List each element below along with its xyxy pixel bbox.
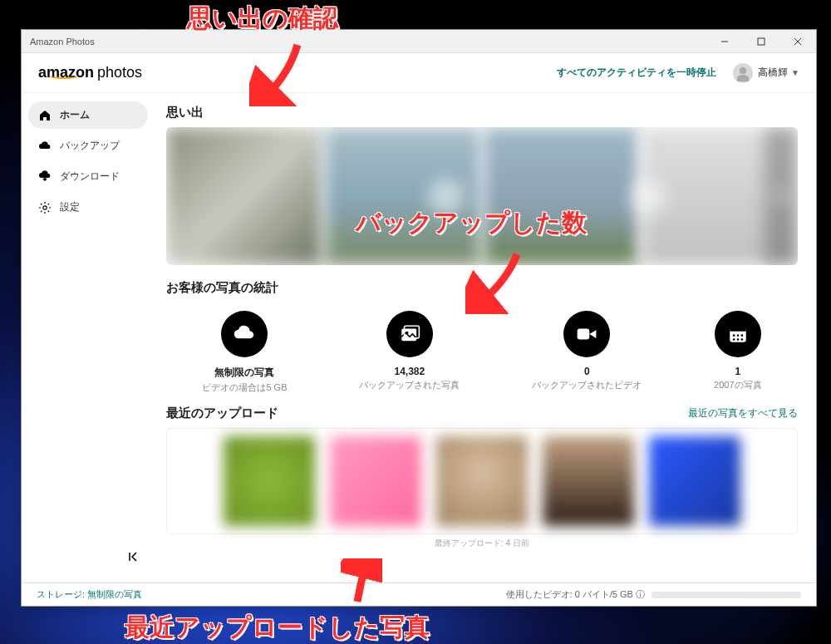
titlebar-controls [706, 30, 816, 53]
svg-point-13 [737, 334, 740, 337]
svg-point-4 [43, 205, 47, 209]
sidebar: ホーム バックアップ ダウンロード 設定 [22, 93, 155, 583]
footer-storage-label[interactable]: ストレージ: 無制限の写真 [37, 588, 142, 601]
stat-sub: バックアップされた写真 [359, 379, 460, 391]
logo-product: photos [97, 64, 142, 81]
carousel-next-button[interactable]: 示 [765, 127, 798, 265]
memory-card[interactable] [484, 127, 639, 265]
sidebar-item-label: ダウンロード [60, 170, 120, 184]
stats-row: 無制限の写真 ビデオの場合は5 GB 14,382 バックアップされた写真 0 … [166, 311, 798, 394]
svg-rect-8 [578, 329, 590, 340]
svg-point-17 [740, 338, 743, 341]
username-label[interactable]: 高橋輝 [758, 66, 788, 80]
upload-thumb[interactable] [330, 436, 421, 526]
svg-point-15 [733, 338, 735, 341]
stat-sub: 2007の写真 [714, 379, 761, 391]
dropdown-caret-icon[interactable]: ▼ [791, 68, 799, 77]
calendar-icon [715, 311, 761, 357]
view-all-link[interactable]: 最近の写真をすべて見る [688, 406, 798, 420]
gear-icon [38, 201, 52, 214]
video-icon [563, 311, 610, 357]
storage-progress-bar [652, 592, 801, 598]
stat-sub: ビデオの場合は5 GB [202, 381, 287, 394]
svg-rect-1 [758, 38, 765, 45]
stat-title: 1 [714, 366, 761, 377]
sidebar-item-label: 設定 [60, 200, 80, 214]
uploads-caption: 最終アップロード: 4 日前 [166, 538, 798, 549]
sidebar-item-settings[interactable]: 設定 [28, 194, 148, 221]
maximize-button[interactable] [743, 30, 779, 53]
close-button[interactable] [779, 30, 816, 53]
svg-rect-10 [730, 327, 746, 332]
sidebar-item-label: バックアップ [60, 139, 120, 153]
app-header: amazonphotos すべてのアクティビティを一時停止 高橋輝 ▼ [22, 53, 816, 93]
stat-backed-photos: 14,382 バックアップされた写真 [359, 311, 460, 394]
photos-icon [386, 311, 433, 357]
app-window: Amazon Photos amazonphotos すべてのアクティビティを一… [21, 29, 817, 607]
sidebar-item-backup[interactable]: バックアップ [28, 132, 148, 160]
download-icon [38, 170, 52, 184]
play-icon[interactable] [428, 179, 465, 215]
collapse-sidebar-button[interactable] [123, 546, 148, 568]
sidebar-item-home[interactable]: ホーム [28, 101, 148, 129]
uploads-title: 最近のアップロード [166, 406, 278, 421]
home-icon [38, 109, 52, 122]
memories-carousel[interactable]: 示 [166, 127, 798, 265]
pause-activity-link[interactable]: すべてのアクティビティを一時停止 [557, 66, 716, 80]
titlebar-title: Amazon Photos [30, 37, 95, 47]
stat-backed-videos: 0 バックアップされたビデオ [532, 311, 642, 394]
cloud-icon [221, 311, 268, 357]
upload-thumb[interactable] [649, 436, 740, 526]
titlebar: Amazon Photos [22, 30, 816, 53]
svg-point-6 [406, 332, 408, 334]
logo-brand: amazon [38, 64, 94, 81]
svg-point-16 [737, 338, 740, 341]
carousel-next-label: 示 [772, 184, 790, 209]
footer: ストレージ: 無制限の写真 使用したビデオ: 0 バイト/5 GB ⓘ [22, 583, 816, 606]
memories-title: 思い出 [166, 105, 798, 120]
sidebar-item-download[interactable]: ダウンロード [28, 163, 148, 190]
footer-right: 使用したビデオ: 0 バイト/5 GB ⓘ [506, 588, 801, 601]
svg-point-12 [733, 334, 735, 337]
upload-thumb[interactable] [436, 436, 528, 526]
svg-point-14 [740, 334, 743, 337]
stats-title: お客様の写真の統計 [166, 280, 798, 296]
stat-title: 無制限の写真 [202, 366, 287, 380]
minimize-button[interactable] [706, 30, 743, 53]
avatar-icon[interactable] [733, 63, 753, 83]
sidebar-item-label: ホーム [60, 108, 90, 122]
uploads-header: 最近のアップロード 最近の写真をすべて見る [166, 406, 798, 421]
cloud-icon [38, 140, 52, 153]
memory-card[interactable] [166, 127, 322, 265]
stat-title: 0 [532, 366, 642, 377]
stat-year-photos: 1 2007の写真 [714, 311, 761, 394]
stat-sub: バックアップされたビデオ [532, 379, 642, 391]
footer-usage-label: 使用したビデオ: 0 バイト/5 GB ⓘ [506, 588, 645, 601]
upload-thumb[interactable] [543, 436, 634, 526]
stat-title: 14,382 [359, 366, 460, 377]
stat-unlimited-photos: 無制限の写真 ビデオの場合は5 GB [202, 311, 287, 394]
uploads-strip [166, 428, 798, 534]
main-content: 思い出 示 お客様の写真の統計 無制限の写真 ビデオの場合は5 GB [155, 93, 816, 583]
play-icon[interactable] [630, 179, 666, 215]
logo: amazonphotos [38, 64, 142, 81]
upload-thumb[interactable] [224, 436, 315, 526]
